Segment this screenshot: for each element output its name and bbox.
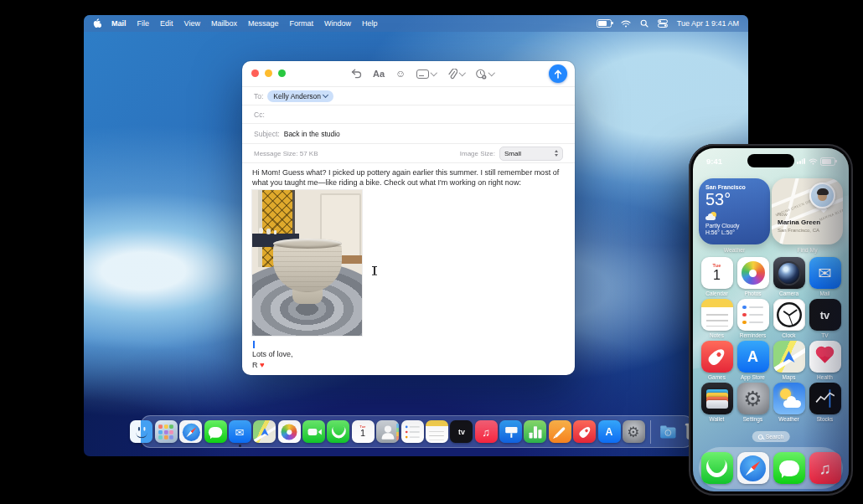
phone-app-appstore[interactable]: AApp Store <box>735 341 771 380</box>
phone-app-stocks[interactable]: Stocks <box>807 383 843 422</box>
dock-keynote-button[interactable] <box>499 420 522 443</box>
dock-maps-button[interactable] <box>253 420 276 443</box>
message-body[interactable]: Hi Mom! Guess what? I picked up pottery … <box>242 163 575 370</box>
phone-app-clock[interactable]: Clock <box>771 299 807 338</box>
app-label: Clock <box>782 332 795 338</box>
menu-item-message[interactable]: Message <box>248 19 279 28</box>
find-my-widget[interactable]: MARINA GREEN DR MARINA BLVD Now Marina G… <box>772 178 843 244</box>
weather-widget[interactable]: San Francisco 53° Partly Cloudy H:56° L:… <box>699 178 770 244</box>
launchpad-icon <box>155 420 178 443</box>
dock-tv-button[interactable]: tv <box>450 420 473 443</box>
battery-icon <box>820 157 835 166</box>
close-button[interactable] <box>251 69 259 77</box>
dock-finder-button[interactable] <box>130 420 152 443</box>
emoji-button[interactable]: ☺ <box>395 69 406 79</box>
dock-reminders-button[interactable] <box>401 420 424 443</box>
phone-dock-messages-button[interactable] <box>773 452 805 484</box>
phone-app-settings[interactable]: ⚙Settings <box>735 383 771 422</box>
dock-phone-button[interactable] <box>327 420 349 443</box>
dock-calendar-button[interactable]: Tue1 <box>352 420 375 443</box>
reminders-icon <box>737 299 769 331</box>
phone-app-maps[interactable]: Maps <box>771 341 807 380</box>
window-controls <box>251 69 286 77</box>
dock-downloads-button[interactable] <box>656 420 679 443</box>
dock-appstore-button[interactable]: A <box>598 420 621 443</box>
menu-item-window[interactable]: Window <box>324 19 351 28</box>
phone-app-wallet[interactable]: Wallet <box>699 383 735 422</box>
dock-contacts-button[interactable] <box>376 420 399 443</box>
to-field[interactable]: To: Kelly Anderson <box>242 87 575 105</box>
phone-app-calendar[interactable]: Tue1Calendar <box>699 257 735 296</box>
dock-games-button[interactable] <box>573 420 596 443</box>
search-label: Search <box>766 434 784 440</box>
dock-photos-button[interactable] <box>278 420 301 443</box>
subject-field[interactable]: Subject: Back in the studio <box>242 124 575 144</box>
minimize-button[interactable] <box>265 69 272 77</box>
home-search-button[interactable]: Search <box>752 431 790 442</box>
attach-button[interactable] <box>447 69 465 80</box>
menu-item-file[interactable]: File <box>137 19 150 28</box>
zoom-button[interactable] <box>278 69 286 77</box>
phone-dock-safari-button[interactable] <box>737 452 769 484</box>
phone-app-tv[interactable]: tvTV <box>807 299 843 338</box>
phone-app-camera[interactable]: Camera <box>771 257 807 296</box>
menu-item-edit[interactable]: Edit <box>160 19 173 28</box>
app-label: TV <box>821 332 828 338</box>
dock-facetime-button[interactable] <box>302 420 325 443</box>
phone-app-health[interactable]: Health <box>807 341 843 380</box>
phone-dock-phone-button[interactable] <box>701 452 733 484</box>
phone-app-weather[interactable]: Weather <box>771 383 807 422</box>
phone-dock-music-button[interactable]: ♫ <box>809 452 841 484</box>
menu-item-mail[interactable]: Mail <box>111 19 127 28</box>
menu-item-mailbox[interactable]: Mailbox <box>211 19 237 28</box>
send-later-button[interactable] <box>475 69 494 80</box>
app-label: Settings <box>743 416 763 422</box>
phone-app-notes[interactable]: Notes <box>699 299 735 338</box>
menu-item-format[interactable]: Format <box>289 19 313 28</box>
dynamic-island <box>747 154 794 167</box>
app-label: Reminders <box>740 332 766 338</box>
phone-app-photos[interactable]: Photos <box>735 257 771 296</box>
heart-icon: ♥ <box>260 360 265 369</box>
dock-settings-button[interactable]: ⚙ <box>623 420 645 443</box>
send-button[interactable] <box>549 64 567 83</box>
menu-items: MailFileEditViewMailboxMessageFormatWind… <box>111 19 378 28</box>
dock-pages-button[interactable] <box>549 420 571 443</box>
games-icon <box>573 420 596 443</box>
dock-mail-button[interactable]: ✉ <box>229 420 251 443</box>
chevron-down-icon <box>459 69 466 76</box>
widget-caption-find-my: Find My <box>772 247 843 253</box>
dock-messages-button[interactable] <box>204 420 227 443</box>
phone-app-games[interactable]: Games <box>699 341 735 380</box>
undo-button[interactable] <box>351 69 362 79</box>
dock-safari-button[interactable] <box>179 420 202 443</box>
dock-launchpad-button[interactable] <box>155 420 178 443</box>
dock-numbers-button[interactable] <box>524 420 546 443</box>
menu-item-view[interactable]: View <box>184 19 200 28</box>
body-paragraph: Hi Mom! Guess what? I picked up pottery … <box>252 168 561 188</box>
menu-bar-clock[interactable]: Tue Apr 1 9:41 AM <box>677 19 739 28</box>
recipient-token[interactable]: Kelly Anderson <box>267 90 333 102</box>
tv-icon: tv <box>450 420 473 443</box>
chevron-down-icon <box>431 69 437 76</box>
header-fields-button[interactable] <box>416 69 437 79</box>
image-size-select[interactable]: Small <box>499 147 563 161</box>
notes-icon <box>426 420 448 443</box>
pottery-photo-attachment[interactable] <box>252 190 362 336</box>
chevron-down-icon <box>323 92 328 98</box>
wifi-icon[interactable] <box>621 20 631 28</box>
battery-icon[interactable] <box>597 19 612 28</box>
phone-app-reminders[interactable]: Reminders <box>735 299 771 338</box>
menu-item-help[interactable]: Help <box>362 19 378 28</box>
safari-icon <box>737 452 769 484</box>
apple-menu[interactable] <box>93 18 101 28</box>
dock-music-button[interactable]: ♫ <box>475 420 498 443</box>
search-icon[interactable] <box>640 19 649 28</box>
calendar-icon: Tue1 <box>352 420 375 443</box>
phone-app-mail[interactable]: ✉Mail <box>807 257 843 296</box>
maps-icon <box>773 341 805 373</box>
control-center-icon[interactable] <box>658 19 668 28</box>
dock-notes-button[interactable] <box>426 420 448 443</box>
cc-field[interactable]: Cc: <box>242 105 575 124</box>
format-button[interactable]: Aa <box>373 69 385 79</box>
